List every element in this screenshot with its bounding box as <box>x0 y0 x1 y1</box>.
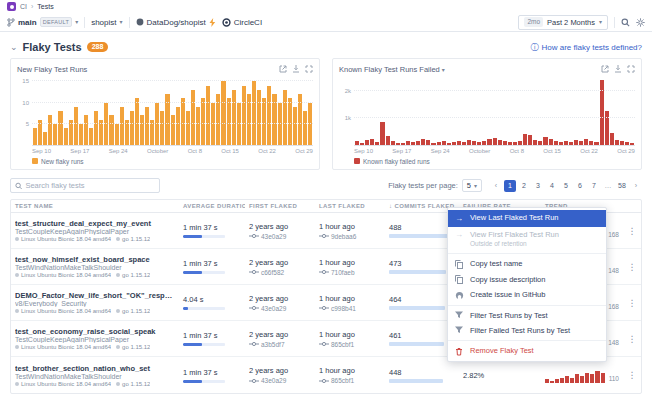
chart-bar[interactable] <box>554 141 558 145</box>
chart-bar[interactable] <box>533 140 537 145</box>
chart-bar[interactable] <box>293 107 297 145</box>
chart-bar[interactable] <box>308 103 312 146</box>
pagination-page-7[interactable]: 7 <box>588 180 600 192</box>
last-flaked-commit[interactable]: 865cbf1 <box>319 377 381 384</box>
chart-bar[interactable] <box>579 141 583 145</box>
fullscreen-icon[interactable] <box>627 65 635 75</box>
test-name[interactable]: DEMO_Factor_New_life_short_"OK"_response <box>15 291 175 300</box>
menu-item-filter-test-runs-by-test[interactable]: Filter Test Runs by Test <box>448 308 606 323</box>
chart-bar[interactable] <box>421 139 425 145</box>
first-flaked-commit[interactable]: 43e0a29 <box>249 377 311 384</box>
chart-bar[interactable] <box>186 111 190 145</box>
first-flaked-commit[interactable]: c66f582 <box>249 269 311 276</box>
service-selector[interactable]: shopist ▾ <box>91 18 122 27</box>
chart-bar[interactable] <box>201 98 205 145</box>
chart-bar[interactable] <box>257 90 261 145</box>
row-menu-kebab-icon[interactable]: ⋮ <box>623 334 641 344</box>
chart-bar[interactable] <box>549 139 553 145</box>
chart-bar[interactable] <box>528 135 532 145</box>
export-icon[interactable] <box>279 65 287 75</box>
chart-bar[interactable] <box>140 115 144 145</box>
chart-bar[interactable] <box>406 141 410 145</box>
menu-item-remove-flaky-test[interactable]: Remove Flaky Test <box>448 343 606 359</box>
chart-bar[interactable] <box>630 143 634 145</box>
chart-bar[interactable] <box>442 141 446 145</box>
chart-bar[interactable] <box>130 111 134 145</box>
chart-bar[interactable] <box>513 142 517 145</box>
chart-bar[interactable] <box>109 115 113 145</box>
search-icon[interactable] <box>621 18 630 27</box>
row-menu-kebab-icon[interactable]: ⋮ <box>623 370 641 380</box>
pagination-page-5[interactable]: 5 <box>560 180 572 192</box>
chart-bar[interactable] <box>176 107 180 145</box>
chart-plot-area[interactable] <box>32 77 313 146</box>
test-name[interactable]: test_one_economy_raise_social_speak <box>15 327 175 336</box>
chart-bar[interactable] <box>232 90 236 145</box>
pagination-page-1[interactable]: 1 <box>504 180 516 192</box>
chart-bar[interactable] <box>437 142 441 145</box>
test-name[interactable]: test_structure_deal_expect_my_event <box>15 219 175 228</box>
last-flaked-commit[interactable]: 865cbf1 <box>319 341 381 348</box>
column-header-average-duration[interactable]: AVERAGE DURATION <box>179 203 245 209</box>
pagination-page-3[interactable]: 3 <box>532 180 544 192</box>
time-range-selector[interactable]: 2mo Past 2 Months ▾ <box>518 15 608 30</box>
chart-bar[interactable] <box>380 122 384 145</box>
chart-bar[interactable] <box>564 141 568 145</box>
chart-bar[interactable] <box>472 141 476 145</box>
chart-bar[interactable] <box>370 139 374 145</box>
chart-bar[interactable] <box>58 111 62 145</box>
search-box[interactable] <box>10 178 160 193</box>
pagination-page-2[interactable]: 2 <box>518 180 530 192</box>
chart-bar[interactable] <box>620 141 624 145</box>
row-menu-kebab-icon[interactable]: ⋮ <box>623 262 641 272</box>
chart-bar[interactable] <box>252 81 256 145</box>
chart-bar[interactable] <box>120 107 124 145</box>
chart-bar[interactable] <box>94 111 98 145</box>
per-page-select[interactable]: 5 ▾ <box>462 179 482 192</box>
chart-bar[interactable] <box>396 143 400 145</box>
chart-bar[interactable] <box>386 136 390 145</box>
chart-bar[interactable] <box>625 142 629 145</box>
last-flaked-commit[interactable]: 710faeb <box>319 269 381 276</box>
column-header-first-flaked[interactable]: FIRST FLAKED <box>245 203 315 209</box>
export-icon[interactable] <box>601 65 609 75</box>
chart-bar[interactable] <box>503 141 507 145</box>
chart-bar[interactable] <box>589 141 593 145</box>
chart-bar[interactable] <box>457 141 461 145</box>
chart-bar[interactable] <box>33 128 37 145</box>
menu-item-view-last-flaked-test-run[interactable]: → View Last Flaked Test Run <box>448 210 606 227</box>
chart-bar[interactable] <box>498 140 502 145</box>
chart-bar[interactable] <box>227 98 231 145</box>
chart-bar[interactable] <box>594 142 598 145</box>
pagination-page-4[interactable]: 4 <box>546 180 558 192</box>
chart-bar[interactable] <box>79 124 83 145</box>
test-name[interactable]: test_now_himself_exist_board_space <box>15 255 175 264</box>
first-flaked-commit[interactable]: a3b5df7 <box>249 341 311 348</box>
chart-bar[interactable] <box>416 141 420 145</box>
chart-bar[interactable] <box>74 107 78 145</box>
chart-bar[interactable] <box>482 141 486 145</box>
row-menu-kebab-icon[interactable]: ⋮ <box>623 298 641 308</box>
chart-bar[interactable] <box>431 143 435 145</box>
download-icon[interactable] <box>292 65 300 75</box>
last-flaked-commit[interactable]: 9debaa6 <box>319 233 381 240</box>
chart-bar[interactable] <box>543 137 547 145</box>
row-menu-kebab-icon[interactable]: ⋮ <box>623 226 641 236</box>
chart-bar[interactable] <box>391 141 395 145</box>
download-icon[interactable] <box>614 65 622 75</box>
chart-plot-area[interactable] <box>354 77 635 146</box>
chart-bar[interactable] <box>508 142 512 145</box>
chart-bar[interactable] <box>89 128 93 145</box>
chart-bar[interactable] <box>145 107 149 145</box>
column-header-test-name[interactable]: TEST NAME <box>11 203 179 209</box>
chart-bar[interactable] <box>538 141 542 145</box>
chart-bar[interactable] <box>355 141 359 145</box>
chart-bar[interactable] <box>487 139 491 145</box>
table-row[interactable]: test_brother_section_nation_who_set Test… <box>11 357 641 393</box>
chart-bar[interactable] <box>574 140 578 145</box>
chart-bar[interactable] <box>426 140 430 145</box>
chart-bar[interactable] <box>135 98 139 145</box>
chart-bar[interactable] <box>477 142 481 145</box>
collapse-chevron-icon[interactable]: ⌄ <box>10 42 18 52</box>
chart-bar[interactable] <box>191 90 195 145</box>
